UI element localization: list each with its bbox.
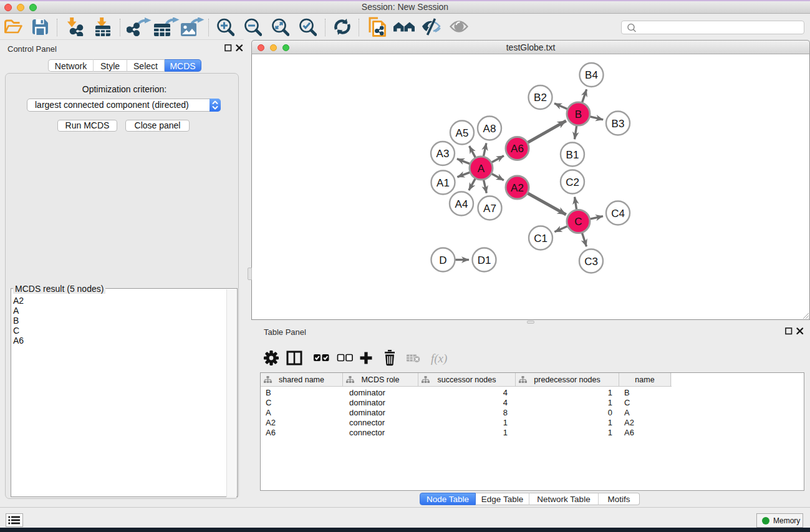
svg-text:C1: C1	[534, 233, 547, 244]
svg-text:C4: C4	[611, 208, 625, 220]
svg-text:f(x): f(x)	[431, 352, 447, 365]
svg-text:B2: B2	[534, 92, 547, 104]
svg-text:B1: B1	[566, 149, 579, 161]
svg-text:A2: A2	[511, 182, 524, 194]
svg-text:A5: A5	[456, 127, 469, 139]
svg-text:A7: A7	[483, 203, 496, 215]
svg-text:C3: C3	[584, 256, 598, 268]
svg-text:D1: D1	[478, 254, 491, 266]
svg-text:A8: A8	[483, 123, 496, 135]
svg-text:C: C	[574, 216, 582, 228]
svg-text:D: D	[439, 254, 446, 266]
svg-text:A6: A6	[511, 143, 524, 155]
svg-text:B3: B3	[612, 118, 625, 130]
svg-text:A3: A3	[436, 148, 450, 160]
svg-text:A1: A1	[436, 177, 450, 189]
svg-text:B4: B4	[585, 69, 598, 81]
svg-text:B: B	[575, 109, 582, 120]
svg-text:C2: C2	[566, 177, 579, 188]
svg-text:A4: A4	[455, 198, 468, 210]
svg-text:A: A	[478, 163, 485, 175]
